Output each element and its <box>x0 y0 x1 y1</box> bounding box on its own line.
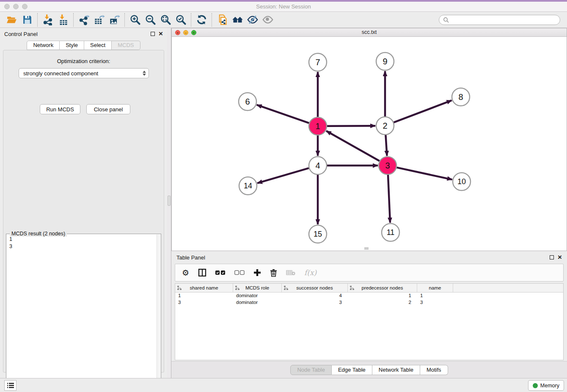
canvas-hscroll-thumb[interactable] <box>364 247 369 250</box>
task-history-button[interactable] <box>4 380 17 391</box>
result-scrollbar[interactable] <box>157 235 160 390</box>
network-view-window: × − + scc.txt 7968124314101511 <box>171 28 567 251</box>
node-11[interactable]: 11 <box>382 224 399 241</box>
column-visibility-button[interactable] <box>198 268 206 277</box>
criterion-dropdown[interactable]: strongly connected component <box>19 68 149 78</box>
node-14[interactable]: 14 <box>239 177 257 195</box>
close-window-button[interactable] <box>4 4 10 9</box>
zoom-in-button[interactable] <box>127 13 143 27</box>
edge-4-14[interactable] <box>257 168 309 183</box>
network-close-button[interactable]: × <box>175 30 180 35</box>
node-6[interactable]: 6 <box>239 93 256 110</box>
node-4[interactable]: 4 <box>309 157 327 174</box>
table-tabs-strip: Node Table Edge Table Network Table Moti… <box>171 361 567 378</box>
home-button[interactable] <box>230 13 245 27</box>
node-7[interactable]: 7 <box>309 53 327 71</box>
column-header-name[interactable]: name <box>417 284 453 292</box>
apply-layout-button[interactable] <box>194 13 209 27</box>
select-all-button[interactable] <box>215 270 226 275</box>
tab-select[interactable]: Select <box>84 41 112 50</box>
criterion-value: strongly connected component <box>23 70 98 77</box>
svg-text:9: 9 <box>383 57 387 66</box>
divider-handle-icon[interactable] <box>168 196 171 206</box>
zoom-fit-button[interactable] <box>158 13 173 27</box>
save-disk-icon <box>22 14 33 25</box>
column-header-shared-name[interactable]: shared name <box>175 284 233 292</box>
function-builder-button[interactable]: f(x) <box>304 268 317 277</box>
node-3[interactable]: 3 <box>379 157 396 174</box>
memory-button[interactable]: Memory <box>528 380 564 391</box>
tab-network-table[interactable]: Network Table <box>372 365 420 375</box>
node-2[interactable]: 2 <box>376 117 394 135</box>
open-session-button[interactable] <box>4 13 19 27</box>
zoom-out-button[interactable] <box>143 13 158 27</box>
column-header-predecessor-nodes[interactable]: predecessor nodes <box>348 284 417 292</box>
close-table-panel-icon[interactable]: × <box>558 255 562 259</box>
search-box[interactable] <box>439 15 560 25</box>
export-network-button[interactable] <box>76 13 91 27</box>
edge-2-8[interactable] <box>394 100 452 122</box>
mcds-result-text[interactable]: 1 3 <box>7 236 156 390</box>
gear-icon: ⚙ <box>182 268 189 277</box>
zoom-selected-button[interactable] <box>173 13 188 27</box>
import-table-button[interactable] <box>55 13 71 27</box>
node-10[interactable]: 10 <box>453 173 471 190</box>
tab-node-table[interactable]: Node Table <box>290 365 332 375</box>
node-8[interactable]: 8 <box>452 88 470 106</box>
add-column-button[interactable] <box>253 269 261 276</box>
tab-edge-table[interactable]: Edge Table <box>332 365 372 375</box>
columns-icon <box>198 268 206 277</box>
memory-label: Memory <box>540 383 559 389</box>
edge-2-3[interactable] <box>385 135 387 156</box>
table-row[interactable]: 3 dominator 3 2 3 <box>175 299 563 306</box>
panel-divider[interactable] <box>167 28 171 378</box>
window-controls[interactable] <box>4 4 28 9</box>
svg-text:14: 14 <box>244 182 252 190</box>
network-window-titlebar[interactable]: × − + scc.txt <box>172 28 567 37</box>
edge-3-1[interactable] <box>326 131 380 161</box>
hide-graphics-details-button[interactable] <box>245 13 260 27</box>
edge-1-2[interactable] <box>327 126 375 126</box>
edge-3-11[interactable] <box>388 175 390 223</box>
table-row[interactable]: 1 dominator 4 1 1 <box>175 293 563 299</box>
svg-text:7: 7 <box>315 58 320 67</box>
table-settings-button[interactable]: ⚙ <box>182 268 189 277</box>
table-toolbar: ⚙ f(x) <box>175 264 564 282</box>
app-title: Session: New Session <box>0 2 567 11</box>
close-panel-icon[interactable]: × <box>159 32 163 36</box>
result-line: 1 <box>9 236 156 243</box>
tab-mcds[interactable]: MCDS <box>112 41 140 50</box>
export-table-button[interactable] <box>91 13 107 27</box>
tab-style[interactable]: Style <box>60 41 84 50</box>
delete-table-button[interactable] <box>286 270 295 276</box>
node-15[interactable]: 15 <box>309 225 327 243</box>
maximize-window-button[interactable] <box>22 4 28 9</box>
node-1[interactable]: 1 <box>309 117 327 135</box>
network-minimize-button[interactable]: − <box>183 30 188 35</box>
edge-1-6[interactable] <box>257 105 309 123</box>
network-maximize-button[interactable]: + <box>191 30 196 35</box>
fx-icon: f(x) <box>304 268 317 277</box>
close-panel-button[interactable]: Close panel <box>86 104 130 114</box>
deselect-all-button[interactable] <box>234 270 245 275</box>
network-canvas[interactable]: 7968124314101511 <box>172 37 567 251</box>
import-network-button[interactable] <box>40 13 55 27</box>
mcds-panel: Optimization criterion: strongly connect… <box>3 50 164 373</box>
show-graphics-details-button[interactable] <box>260 13 275 27</box>
delete-column-button[interactable] <box>270 269 277 277</box>
float-panel-icon[interactable] <box>151 32 155 36</box>
run-mcds-button[interactable]: Run MCDS <box>40 104 80 114</box>
node-9[interactable]: 9 <box>376 52 394 70</box>
tab-motifs[interactable]: Motifs <box>420 365 448 375</box>
edge-3-10[interactable] <box>396 168 452 179</box>
minimize-window-button[interactable] <box>13 4 19 9</box>
column-header-mcds-role[interactable]: MCDS role <box>233 284 282 292</box>
app-titlebar: Session: New Session <box>0 2 567 12</box>
clone-network-button[interactable] <box>215 13 230 27</box>
export-image-button[interactable] <box>107 13 122 27</box>
search-input[interactable] <box>449 16 556 24</box>
column-header-successor-nodes[interactable]: successor nodes <box>282 284 348 292</box>
save-session-button[interactable] <box>19 13 35 27</box>
tab-network[interactable]: Network <box>27 41 60 50</box>
float-table-panel-icon[interactable] <box>550 255 554 259</box>
